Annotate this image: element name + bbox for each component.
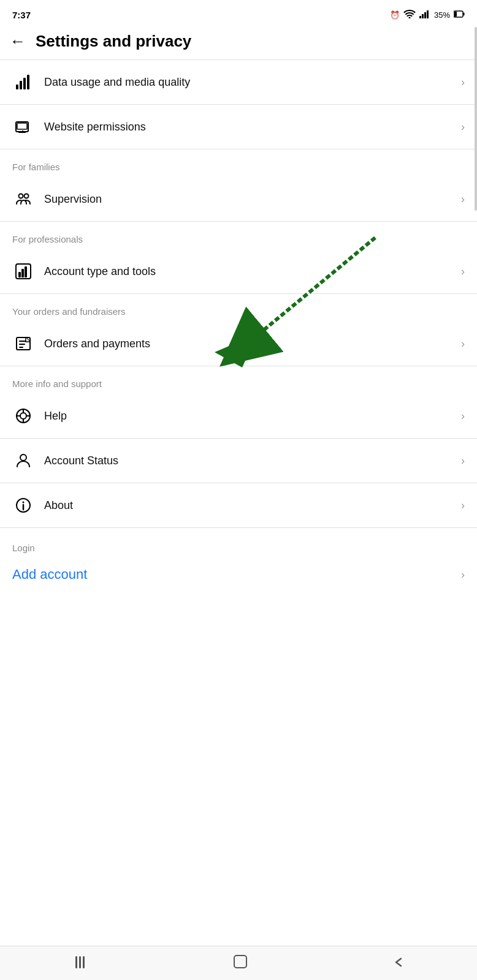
nav-menu-button[interactable]: [58, 950, 103, 977]
account-type-icon: [12, 260, 34, 282]
section-label-support: More info and support: [0, 366, 477, 394]
svg-rect-6: [454, 12, 457, 17]
menu-item-orders-payments[interactable]: Orders and payments ›: [0, 322, 477, 366]
svg-rect-19: [21, 269, 24, 277]
menu-item-data-usage[interactable]: Data usage and media quality ›: [0, 60, 477, 104]
about-label: About: [44, 499, 456, 512]
chevron-icon: ›: [461, 193, 465, 206]
account-status-label: Account Status: [44, 454, 456, 467]
status-bar: 7:37 ⏰: [0, 0, 477, 27]
svg-rect-5: [464, 12, 465, 15]
svg-rect-7: [16, 85, 18, 89]
svg-rect-41: [234, 956, 246, 968]
svg-point-16: [25, 194, 29, 198]
chevron-icon: ›: [461, 454, 465, 467]
orders-icon: [12, 333, 34, 355]
add-account-chevron: ›: [461, 568, 465, 581]
orders-payments-label: Orders and payments: [44, 337, 456, 350]
svg-rect-24: [19, 347, 23, 348]
battery-icon: [454, 10, 465, 20]
account-type-label: Account type and tools: [44, 265, 456, 278]
svg-rect-0: [419, 16, 421, 18]
svg-rect-1: [422, 14, 424, 18]
website-permissions-label: Website permissions: [44, 121, 456, 134]
nav-back-button[interactable]: [378, 950, 419, 977]
status-time: 7:37: [12, 10, 31, 20]
scrollbar: [475, 27, 477, 211]
chevron-icon: ›: [461, 410, 465, 423]
chevron-icon: ›: [461, 499, 465, 512]
back-button[interactable]: ←: [10, 32, 26, 51]
chevron-icon: ›: [461, 337, 465, 350]
menu-item-about[interactable]: About ›: [0, 483, 477, 527]
svg-point-26: [20, 413, 26, 419]
svg-rect-2: [424, 12, 426, 18]
supervision-label: Supervision: [44, 193, 456, 206]
chevron-icon: ›: [461, 76, 465, 89]
svg-rect-39: [79, 956, 81, 968]
section-label-professionals: For professionals: [0, 222, 477, 249]
signal-icon: [419, 10, 430, 20]
add-account-item[interactable]: Add account ›: [12, 560, 465, 594]
svg-rect-38: [75, 956, 77, 968]
svg-rect-8: [20, 81, 22, 89]
data-usage-icon: [12, 71, 34, 93]
page-title: Settings and privacy: [36, 32, 191, 51]
bottom-nav: [0, 946, 477, 980]
alarm-icon: ⏰: [390, 10, 400, 20]
help-label: Help: [44, 410, 456, 423]
help-icon: [12, 405, 34, 427]
svg-rect-3: [427, 10, 429, 18]
menu-item-account-status[interactable]: Account Status ›: [0, 439, 477, 483]
login-section: Login Add account ›: [0, 528, 477, 594]
svg-rect-23: [19, 344, 25, 345]
info-icon: [12, 494, 34, 516]
svg-point-31: [20, 454, 26, 461]
section-label-families: For families: [0, 149, 477, 177]
svg-rect-9: [23, 78, 26, 89]
data-usage-label: Data usage and media quality: [44, 76, 456, 89]
menu-item-account-type[interactable]: Account type and tools ›: [0, 249, 477, 293]
wifi-icon: [403, 10, 416, 20]
menu-item-supervision[interactable]: Supervision ›: [0, 177, 477, 221]
menu-item-website-permissions[interactable]: Website permissions ›: [0, 105, 477, 149]
header: ← Settings and privacy: [0, 27, 477, 59]
page: 7:37 ⏰: [0, 0, 477, 980]
website-permissions-icon: [12, 116, 34, 138]
chevron-icon: ›: [461, 121, 465, 134]
battery-text: 35%: [434, 10, 450, 20]
nav-home-button[interactable]: [218, 949, 263, 978]
add-account-button[interactable]: Add account: [12, 567, 461, 582]
supervision-icon: [12, 188, 34, 210]
svg-rect-20: [25, 266, 27, 277]
svg-point-15: [19, 194, 23, 198]
svg-rect-10: [27, 75, 29, 89]
svg-rect-18: [18, 272, 21, 277]
svg-rect-40: [83, 956, 85, 968]
account-status-icon: [12, 450, 34, 472]
section-label-orders: Your orders and fundraisers: [0, 294, 477, 322]
login-label: Login: [12, 543, 465, 553]
status-right-icons: ⏰ 35%: [390, 10, 465, 20]
menu-item-help[interactable]: Help ›: [0, 394, 477, 438]
svg-rect-12: [17, 123, 27, 129]
svg-point-33: [23, 502, 25, 503]
chevron-icon: ›: [461, 265, 465, 278]
svg-rect-14: [22, 130, 23, 132]
